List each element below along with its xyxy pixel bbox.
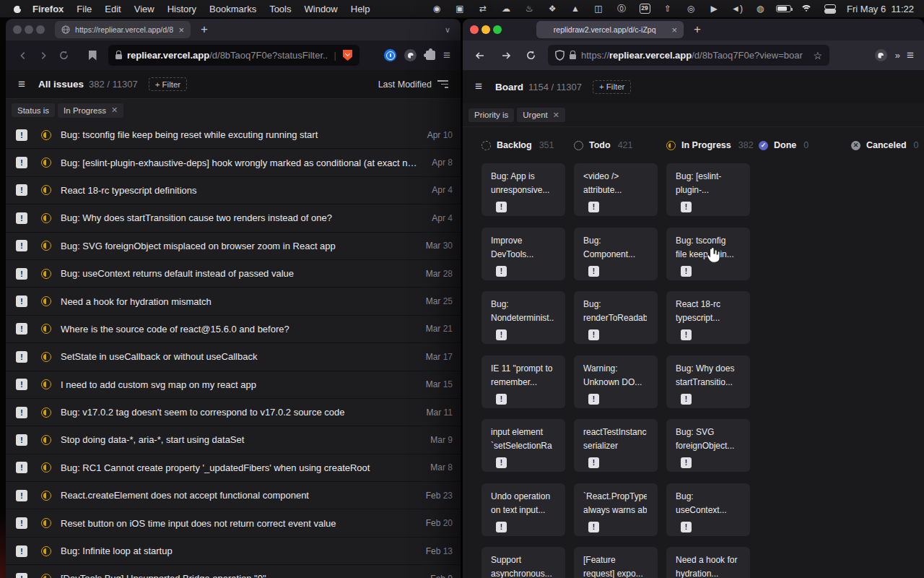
menu-history[interactable]: History [161,4,203,14]
issue-row[interactable]: ![DevTools Bug] Unsupported Bridge opera… [6,565,461,578]
back-button[interactable] [470,50,490,61]
in-progress-status-icon[interactable] [41,241,51,251]
battery-icon[interactable] [772,0,795,17]
minimize-window-button[interactable] [481,25,490,34]
urgent-priority-icon[interactable]: ! [16,490,27,501]
urgent-priority-icon[interactable]: ! [16,212,27,224]
onepassword-extension-icon[interactable] [384,49,396,61]
zoom-window-button[interactable] [493,25,502,34]
issue-card[interactable]: Bug: [eslint-plugin-...! [666,163,750,216]
issue-row[interactable]: !Bug: [eslint-plugin-exhaustive-deps] ho… [6,149,461,176]
urgent-priority-icon[interactable]: ! [16,323,27,335]
issue-card[interactable]: Support asynchronous...! [481,547,565,578]
add-filter-button[interactable]: + Filter [149,77,187,91]
volume-icon[interactable]: ◄) [725,0,749,17]
url-bar[interactable]: repliear.vercel.app/d/8bTaoq7F0e?statusF… [108,45,359,66]
zoom-window-button[interactable] [36,25,45,34]
issue-card[interactable]: React 18-rc typescript...! [666,291,750,344]
menu-tools[interactable]: Tools [263,4,297,14]
calendar-icon[interactable]: 29 [633,0,656,17]
issue-row[interactable]: !Bug: useContext returns default instead… [6,260,461,288]
issue-card[interactable]: [Feature request] expo...! [574,547,658,578]
issue-row[interactable]: !React 18-rc typescript definitionsApr 4 [6,177,461,204]
extensions-puzzle-icon[interactable] [426,51,435,60]
urgent-priority-icon[interactable]: ! [16,379,27,390]
dropbox-icon[interactable]: ❖ [541,0,564,17]
sidebar-menu-icon[interactable]: ≡ [475,79,482,94]
in-progress-status-icon[interactable] [41,546,51,556]
in-progress-status-icon[interactable] [41,296,51,306]
issue-row[interactable]: !Bug: RC1 Cannot create property '_updat… [6,454,461,482]
remove-filter-icon[interactable]: ✕ [111,105,118,115]
traffic-lights[interactable] [463,25,512,34]
in-progress-status-icon[interactable] [41,518,51,528]
urgent-priority-icon[interactable]: ! [16,240,27,251]
in-progress-status-icon[interactable] [41,379,51,389]
extension-icon[interactable] [404,49,417,61]
issue-row[interactable]: !Bug: tsconfig file keep being reset whi… [6,121,461,149]
in-progress-status-icon[interactable] [41,185,51,195]
tracking-protection-shield-icon[interactable] [555,50,565,61]
cloud-icon[interactable]: ☁ [494,0,518,17]
issue-card[interactable]: Bug: Why does startTransitio...! [666,355,750,408]
in-progress-status-icon[interactable] [41,269,51,279]
issue-row[interactable]: !Bug: Why does startTransition cause two… [6,204,461,232]
wifi-icon[interactable] [795,0,818,17]
urgent-priority-icon[interactable]: ! [16,184,27,196]
close-window-button[interactable] [13,25,22,34]
urgent-priority-icon[interactable]: ! [16,434,27,446]
urgent-priority-icon[interactable]: ! [16,296,27,307]
sync-icon[interactable]: ⇄ [471,0,494,17]
filter-field-chip[interactable]: Status is [12,103,55,117]
reload-button[interactable] [53,50,74,61]
issue-card[interactable]: reactTestInstance serializer! [574,419,658,472]
minimize-window-button[interactable] [25,25,33,34]
urgent-priority-icon[interactable]: ! [16,407,27,418]
issue-card[interactable]: Need a hook for hydration...! [666,547,750,578]
issue-card[interactable]: Bug: SVG foreignObject...! [666,419,750,472]
in-progress-status-icon[interactable] [41,462,51,473]
urgent-priority-icon[interactable]: ! [16,129,27,141]
urgent-priority-icon[interactable]: ! [16,462,27,473]
reload-button[interactable] [520,50,541,61]
browser-tab[interactable]: https://repliear.vercel.app/d/8b × [55,21,191,38]
in-progress-status-icon[interactable] [41,491,51,501]
menubar-clock[interactable]: Fri May 6 11:22 [847,4,914,14]
issue-row[interactable]: !Where is the source code of react@15.6.… [6,316,461,343]
in-progress-status-icon[interactable] [41,352,51,362]
issue-card[interactable]: Bug: useContext...! [666,483,750,536]
browser-tab[interactable]: replidraw2.vercel.app/d/c-iZpq × [536,21,684,38]
issue-card[interactable]: Bug: Nondeterminist...! [481,291,565,344]
issue-card[interactable]: IE 11 "prompt to remember...! [481,355,565,408]
in-progress-status-icon[interactable] [41,213,51,223]
tab-close-icon[interactable]: × [671,25,677,35]
issue-card[interactable]: Warning: Unknown DO...! [574,355,658,408]
issue-card[interactable]: Improve DevTools...! [481,228,565,280]
issue-row[interactable]: !Bug: v17.0.2 tag doesn't seem to corres… [6,399,461,426]
menu-bookmarks[interactable]: Bookmarks [203,4,263,14]
new-tab-button[interactable]: + [201,22,208,37]
url-bar[interactable]: https://repliear.vercel.app/d/8bTaoq7F0e… [548,45,829,66]
issue-row[interactable]: !Bug: Infinite loop at startupFeb 13 [6,538,461,565]
window-tiles-icon[interactable]: ◫ [587,0,610,17]
in-progress-status-icon[interactable] [41,324,51,334]
urgent-priority-icon[interactable]: ! [16,268,27,280]
overflow-menu-icon[interactable]: » [895,50,899,61]
in-progress-status-icon[interactable] [41,435,51,445]
upload-icon[interactable]: ⇧ [656,0,679,17]
traffic-lights[interactable] [6,25,55,34]
issue-card[interactable]: Bug: App is unresponsive...! [481,163,565,216]
bookmark-icon[interactable] [82,51,103,61]
firefox-menu-icon[interactable]: ≡ [907,48,914,63]
issue-row[interactable]: !I need to add custom svg map on my reac… [6,371,461,399]
issue-card[interactable]: input element `setSelectionRa! [481,419,565,472]
add-filter-button[interactable]: + Filter [593,80,631,94]
back-button[interactable] [13,51,33,61]
firefox-menu-icon[interactable]: ≡ [443,48,450,63]
in-progress-status-icon[interactable] [41,407,51,418]
control-center-icon[interactable] [818,0,841,17]
filter-value-chip[interactable]: In Progress✕ [58,103,123,118]
alert-icon[interactable]: ▲ [564,0,587,17]
issue-card[interactable]: Bug: renderToReadableStream! [574,291,658,344]
bookmark-star-icon[interactable]: ☆ [813,50,822,61]
